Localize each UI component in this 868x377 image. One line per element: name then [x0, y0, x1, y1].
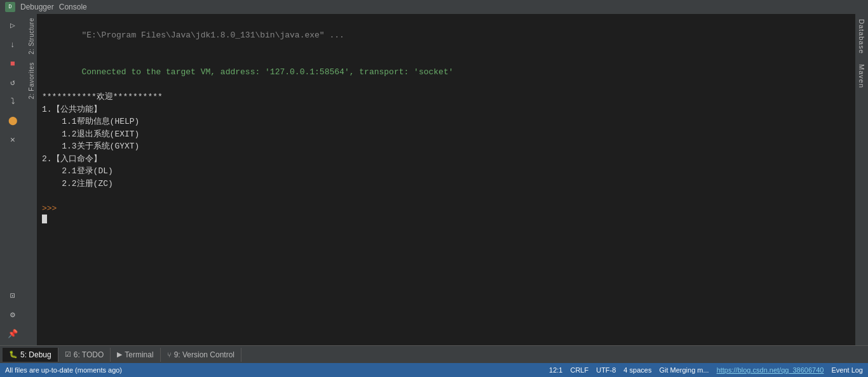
todo-tab-label: 6: TODO [74, 350, 104, 359]
status-right: 12:1 CRLF UTF-8 4 spaces Git Merging m..… [549, 366, 863, 374]
console-line-welcome: ***********欢迎********** [42, 91, 850, 103]
console-line-prompt: >>> [42, 202, 850, 215]
todo-tab-icon: ☑ [65, 350, 71, 359]
console-input-line[interactable] [42, 215, 850, 223]
left-sidebar-icons: ▷ ↓ ■ ↺ ⤵ ⬤ ✕ ⊡ ⚙ 📌 [0, 14, 25, 345]
top-bar: D Debugger Console [0, 0, 868, 14]
console-line-menu1-3: 1.3关于系统(GYXT) [42, 140, 850, 153]
terminal-tab-label: Terminal [125, 350, 153, 359]
todo-tab[interactable]: ☑ 6: TODO [58, 348, 111, 362]
mute-btn[interactable]: ✕ [4, 131, 22, 149]
csdn-link[interactable]: https://blog.csdn.net/qq_38606740 [717, 366, 824, 374]
maven-label[interactable]: Maven [857, 59, 867, 93]
console-line-menu2-2: 2.2注册(ZC) [42, 178, 850, 190]
vcs-status[interactable]: Git Merging m... [659, 366, 709, 374]
console-panel: "E:\Program Files\Java\jdk1.8.0_131\bin\… [37, 14, 855, 345]
vc-tab-label: 9: Version Control [174, 350, 234, 359]
text-cursor [42, 215, 47, 223]
step-over-btn[interactable]: ↓ [4, 36, 22, 53]
console-line-connected: Connected to the target VM, address: '12… [42, 54, 850, 91]
debug-tab-icon: 🐛 [9, 350, 18, 359]
version-control-tab[interactable]: ⑂ 9: Version Control [161, 348, 241, 362]
console-label: Console [59, 3, 87, 11]
line-ending[interactable]: CRLF [570, 366, 588, 374]
screenshot-btn[interactable]: ⊡ [4, 287, 22, 305]
status-left: All files are up-to-date (moments ago) [5, 366, 549, 374]
main-area: ▷ ↓ ■ ↺ ⤵ ⬤ ✕ ⊡ ⚙ 📌 2: Structure 2: Favo… [0, 14, 868, 345]
bottom-tab-bar: 🐛 5: Debug ☑ 6: TODO ▶ Terminal ⑂ 9: Ver… [0, 345, 868, 363]
right-sidebar: Database Maven [855, 14, 868, 345]
step-into-btn[interactable]: ⤵ [4, 93, 22, 110]
vc-tab-icon: ⑂ [167, 351, 172, 359]
cursor-position[interactable]: 12:1 [549, 366, 562, 374]
structure-label[interactable]: 2: Structure [27, 14, 36, 58]
favorites-label[interactable]: 2: Favorites [27, 58, 36, 103]
console-line-menu1: 1.【公共功能】 [42, 103, 850, 116]
debug-tab-label: 5: Debug [20, 350, 51, 359]
console-line-menu2: 2.【入口命令】 [42, 153, 850, 166]
app-icon: D [5, 2, 15, 12]
event-log-label[interactable]: Event Log [831, 366, 863, 374]
status-bar: All files are up-to-date (moments ago) 1… [0, 363, 868, 377]
left-panel-labels: 2: Structure 2: Favorites [25, 14, 37, 345]
debug-tab[interactable]: 🐛 5: Debug [3, 348, 58, 362]
database-label[interactable]: Database [857, 14, 867, 59]
resume-btn[interactable]: ▷ [4, 17, 22, 34]
pin-btn[interactable]: 📌 [4, 325, 22, 343]
console-output[interactable]: "E:\Program Files\Java\jdk1.8.0_131\bin\… [37, 14, 855, 345]
indent-setting[interactable]: 4 spaces [623, 366, 651, 374]
terminal-tab[interactable]: ▶ Terminal [111, 348, 160, 362]
console-line-blank [42, 190, 850, 202]
console-line-command: "E:\Program Files\Java\jdk1.8.0_131\bin\… [42, 17, 850, 54]
debugger-label: Debugger [20, 3, 54, 11]
breakpoint-btn[interactable]: ⬤ [4, 112, 22, 129]
settings-btn[interactable]: ⚙ [4, 306, 22, 324]
status-message: All files are up-to-date (moments ago) [5, 366, 122, 374]
rerun-btn[interactable]: ↺ [4, 74, 22, 91]
stop-btn[interactable]: ■ [4, 55, 22, 72]
console-line-menu2-1: 2.1登录(DL) [42, 165, 850, 178]
console-line-menu1-2: 1.2退出系统(EXIT) [42, 128, 850, 141]
terminal-tab-icon: ▶ [117, 350, 122, 359]
console-line-menu1-1: 1.1帮助信息(HELP) [42, 116, 850, 128]
encoding[interactable]: UTF-8 [596, 366, 616, 374]
